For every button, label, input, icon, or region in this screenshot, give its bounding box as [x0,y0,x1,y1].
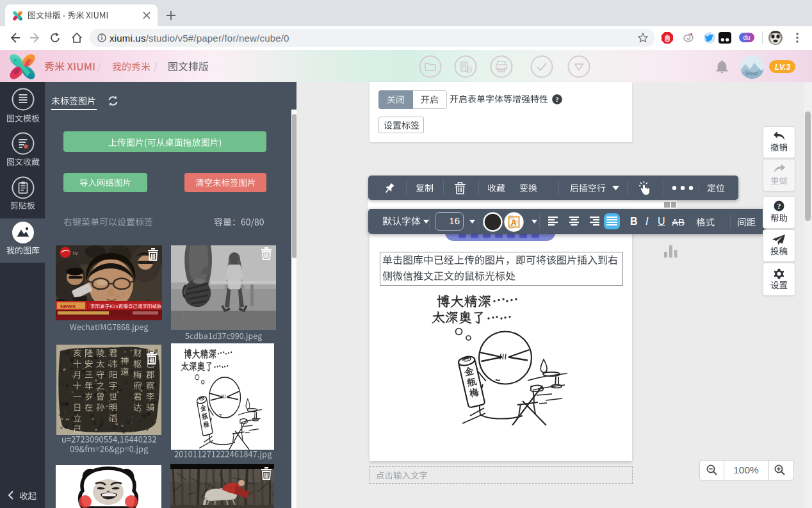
svg-text:TV: TV [72,251,78,256]
svg-text:?: ? [555,95,559,103]
svg-text:NEWS: NEWS [60,304,76,309]
svg-text:LV.3: LV.3 [775,63,791,72]
svg-text:du: du [743,34,750,41]
svg-text:?: ? [777,202,781,211]
svg-text:MYSHZT: MYSHZT [746,72,758,76]
